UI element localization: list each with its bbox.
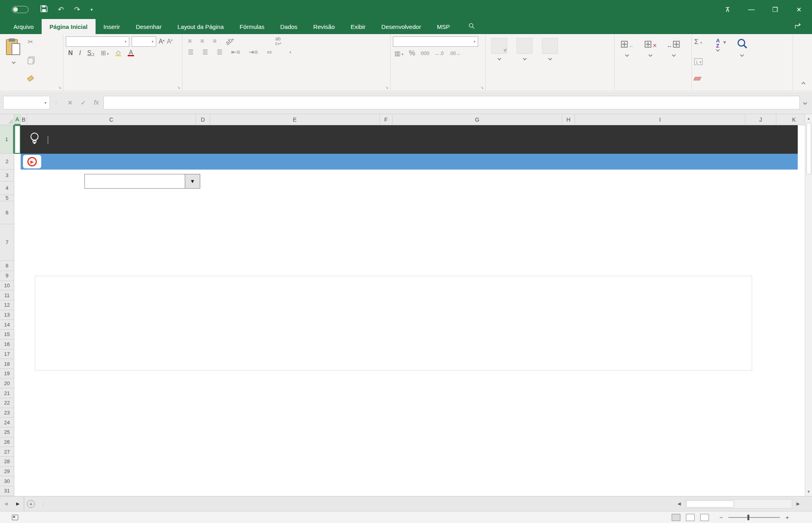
customize-qat-icon[interactable]: ▾ (90, 7, 93, 12)
row-header-29[interactable]: 29 (0, 467, 14, 477)
autosave-switch-icon[interactable] (12, 6, 29, 13)
ribbon-tab-inserir[interactable]: Inserir (96, 19, 128, 34)
ribbon-tab-pagina-inicial[interactable]: Página Inicial (42, 19, 96, 34)
merge-center-icon[interactable]: ⬄ (267, 48, 272, 56)
row-header-21[interactable]: 21 (0, 388, 14, 398)
paste-dropdown-icon[interactable] (11, 60, 15, 64)
column-header-b[interactable]: B (21, 114, 27, 125)
fill-color-icon[interactable]: ◇ (115, 50, 121, 56)
align-center-icon[interactable]: ☰ (202, 48, 208, 56)
expand-formula-bar-icon[interactable] (803, 101, 807, 105)
row-header-10[interactable]: 10 (0, 281, 14, 291)
percent-style-icon[interactable]: % (409, 49, 415, 57)
column-header-h[interactable]: H (562, 114, 575, 125)
align-top-icon[interactable]: ≡ (188, 38, 192, 45)
hscroll-left-icon[interactable]: ◀ (673, 501, 685, 506)
ribbon-tab-dados[interactable]: Dados (272, 19, 305, 34)
namebox-splitter[interactable]: ⋮ (50, 100, 63, 105)
cell-styles-button[interactable] (539, 36, 561, 82)
format-as-table-button[interactable] (513, 36, 536, 82)
ribbon-tab-layout-da-pagina[interactable]: Layout da Página (169, 19, 232, 34)
row-header-13[interactable]: 13 (0, 310, 14, 320)
bold-button[interactable]: N (68, 50, 73, 57)
row-header-15[interactable]: 15 (0, 330, 14, 340)
increase-decimal-icon[interactable]: ←.0 (435, 51, 444, 56)
borders-icon[interactable]: ⊞ ▾ (101, 49, 109, 57)
sheet-prev-icon[interactable]: ◀ (0, 496, 12, 511)
share-button[interactable] (795, 19, 812, 34)
orientation-icon[interactable]: ab▾ (224, 36, 236, 47)
row-header-4[interactable]: 4 (0, 181, 14, 195)
sort-filter-dropdown-icon[interactable] (716, 48, 720, 52)
row-header-30[interactable]: 30 (0, 476, 14, 486)
row-header-12[interactable]: 12 (0, 300, 14, 310)
comma-style-icon[interactable]: 000 (421, 50, 429, 56)
row-header-18[interactable]: 18 (0, 359, 14, 369)
year-dropdown-button[interactable]: ▼ (185, 174, 200, 188)
row-header-24[interactable]: 24 (0, 418, 14, 428)
tab-splitter[interactable]: ⋮ (38, 496, 49, 511)
normal-view-icon[interactable] (672, 514, 680, 521)
wrap-text-icon[interactable]: abc↵ (275, 36, 282, 46)
minimize-button[interactable]: — (745, 6, 757, 13)
autosum-icon[interactable]: Σ ▾ (694, 38, 703, 46)
collapse-ribbon-icon[interactable] (802, 82, 806, 86)
new-sheet-button[interactable]: + (24, 496, 38, 511)
decrease-font-icon[interactable]: A▾ (167, 38, 173, 45)
conditional-formatting-button[interactable]: ≠ (488, 36, 510, 82)
tell-me-search[interactable] (469, 19, 479, 34)
align-middle-icon[interactable]: ≡ (200, 38, 204, 45)
align-bottom-icon[interactable]: ≡ (213, 38, 216, 45)
decrease-decimal-icon[interactable]: .00→ (449, 51, 461, 56)
row-header-31[interactable]: 31 (0, 486, 14, 496)
row-header-16[interactable]: 16 (0, 340, 14, 349)
year-dropdown[interactable]: ▼ (84, 174, 200, 189)
accounting-format-icon[interactable]: ▥ ▾ (395, 50, 403, 57)
page-layout-view-icon[interactable] (686, 514, 695, 521)
row-header-7[interactable]: 7 (0, 224, 14, 261)
row-header-23[interactable]: 23 (0, 408, 14, 418)
zoom-slider[interactable] (728, 517, 780, 518)
insert-function-icon[interactable]: fx (90, 99, 103, 106)
hscroll-track[interactable] (685, 499, 792, 509)
font-color-icon[interactable]: A (128, 50, 134, 56)
column-header-c[interactable]: C (27, 114, 196, 125)
row-header-14[interactable]: 14 (0, 320, 14, 330)
row-header-9[interactable]: 9 (0, 271, 14, 281)
name-box[interactable]: ▾ (3, 96, 50, 109)
column-header-e[interactable]: E (210, 114, 380, 125)
restore-button[interactable]: ❐ (769, 6, 781, 13)
column-header-j[interactable]: J (745, 114, 776, 125)
cut-icon[interactable]: ✂ (28, 38, 33, 46)
row-header-19[interactable]: 19 (0, 369, 14, 379)
ribbon-display-options-icon[interactable]: ⊼ (722, 6, 733, 13)
ribbon-tab-revisao[interactable]: Revisão (305, 19, 343, 34)
autosave-toggle[interactable] (9, 6, 29, 13)
row-header-1[interactable]: 1 (0, 125, 14, 154)
close-button[interactable]: ✕ (793, 6, 805, 13)
hscroll-right-icon[interactable]: ▶ (792, 501, 804, 506)
paste-button[interactable] (2, 36, 25, 82)
ribbon-tab-desenhar[interactable]: Desenhar (128, 19, 169, 34)
row-header-8[interactable]: 8 (0, 261, 14, 271)
insert-cells-button[interactable]: ⊞← (617, 36, 638, 82)
format-cells-button[interactable]: ↔⊞ (663, 36, 684, 82)
horizontal-scrollbar[interactable]: ◀ ▶ (673, 496, 812, 511)
row-header-25[interactable]: 25 (0, 428, 14, 437)
font-size-combo[interactable]: ▾ (132, 36, 156, 47)
column-header-f[interactable]: F (380, 114, 393, 125)
font-name-combo[interactable]: ▾ (66, 36, 129, 47)
copy-icon[interactable] (28, 58, 33, 64)
macro-record-icon[interactable] (12, 515, 18, 520)
row-header-6[interactable]: 6 (0, 201, 14, 224)
insert-dropdown-icon[interactable] (625, 53, 629, 57)
font-dialog-launcher-icon[interactable]: ↘ (177, 85, 180, 90)
row-header-20[interactable]: 20 (0, 379, 14, 389)
ribbon-tab-arquivo[interactable]: Arquivo (6, 19, 42, 34)
align-left-icon[interactable]: ☰ (188, 48, 193, 56)
clipboard-dialog-launcher-icon[interactable]: ↘ (58, 85, 61, 90)
row-header-11[interactable]: 11 (0, 290, 14, 300)
format-dropdown-icon[interactable] (672, 53, 676, 57)
clear-icon[interactable] (693, 77, 701, 80)
vertical-scroll-thumb[interactable] (806, 123, 811, 174)
